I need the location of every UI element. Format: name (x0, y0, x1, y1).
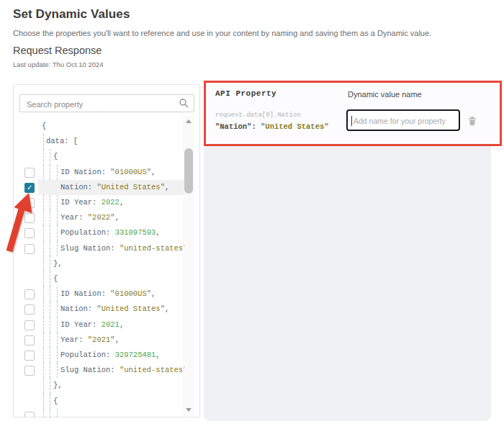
tree-scrollbar[interactable] (183, 116, 194, 415)
tree-row: ID Year: 2022, (14, 195, 184, 210)
tree-row-text: }, (14, 256, 184, 271)
tree-row: ID Nation: "01000US", (14, 286, 184, 302)
set-dynamic-values-screen: Set Dynamic Values Choose the properties… (0, 0, 504, 429)
annotation-highlight-box: API Property Dynamic value name request.… (204, 81, 502, 146)
tree-row-text: Population: 331097593, (14, 225, 184, 240)
tree-row: Slug Nation: "united-states", (14, 363, 184, 378)
tree-row-text: }, (14, 378, 184, 393)
search-field-wrap (19, 94, 194, 112)
api-property-value-text: "United States" (261, 122, 329, 131)
tree-row-text: { (14, 271, 184, 286)
tree-row-text: Nation: "United States", (14, 302, 184, 317)
dynamic-value-name-input[interactable] (352, 112, 459, 130)
tree-row: { (14, 271, 184, 286)
tree-row: }, (14, 378, 184, 393)
indent-guide (43, 409, 44, 417)
indent-guide (57, 409, 58, 417)
tree-row-text: data: [ (14, 134, 184, 149)
search-input[interactable] (25, 95, 172, 113)
tree-row-text: Slug Nation: "united-states", (14, 241, 184, 256)
indent-guide (50, 409, 50, 417)
property-checkbox[interactable] (24, 304, 35, 315)
tree-row: Slug Nation: "united-states", (14, 241, 184, 256)
tree-row-text: { (14, 119, 184, 134)
json-tree: {data: [{ID Nation: "01000US",Nation: "U… (14, 119, 184, 417)
tree-row: }, (14, 256, 184, 271)
tree-row-text: ID Nation: "01000US", (14, 286, 184, 302)
tree-row: ID Nation: "01000US", (14, 165, 184, 180)
tree-row-text: ID Year: 2022, (14, 195, 184, 210)
column-header-api-property: API Property (215, 89, 276, 98)
tree-row-text: Year: "2021", (14, 333, 184, 348)
tree-row: Nation: "United States", (14, 302, 184, 317)
tree-row-text: Nation: "United States", (14, 180, 184, 195)
section-title: Request Response (13, 45, 102, 56)
scrollbar-thumb[interactable] (184, 148, 193, 194)
tree-row-text: { (14, 394, 184, 409)
property-checkbox[interactable] (24, 320, 35, 330)
tree-row: { (14, 119, 184, 134)
tree-row-text: Year: "2022", (14, 210, 184, 225)
property-checkbox[interactable] (24, 335, 35, 346)
property-checkbox[interactable] (24, 289, 35, 299)
property-checkbox[interactable] (24, 168, 35, 178)
search-icon (179, 98, 189, 109)
tree-row: Year: "2021", (14, 333, 184, 348)
scroll-down-icon[interactable] (183, 405, 194, 415)
property-tree-panel: {data: [{ID Nation: "01000US",Nation: "U… (13, 84, 200, 417)
tree-row-text: { (14, 149, 184, 164)
tree-row: Nation: "United States", (14, 180, 184, 195)
property-checkbox[interactable] (24, 366, 35, 376)
delete-property-button[interactable] (467, 116, 477, 126)
tree-row: Population: 329725481, (14, 348, 184, 363)
tree-row-text: ID Nation: "01000US", (14, 165, 184, 180)
property-checkbox[interactable] (24, 412, 35, 417)
tree-row (14, 409, 184, 417)
page-title: Set Dynamic Values (13, 7, 130, 22)
api-property-key-text: "Nation": (215, 122, 256, 131)
tree-row: Population: 331097593, (14, 225, 184, 240)
api-property-path: request.data[0].Nation (215, 112, 301, 119)
tree-row-text: ID Year: 2021, (14, 317, 184, 333)
tree-row-text: Slug Nation: "united-states", (14, 363, 184, 378)
tree-row: Year: "2022", (14, 210, 184, 225)
tree-row-text: Population: 329725481, (14, 348, 184, 363)
tree-row: data: [ (14, 134, 184, 149)
tree-row: { (14, 149, 184, 164)
trash-icon (467, 116, 477, 126)
last-update-text: Last update: Thu Oct 10 2024 (13, 60, 104, 68)
page-subtitle: Choose the properties you'll want to ref… (13, 29, 431, 37)
annotation-arrow (1, 186, 37, 256)
api-property-value: "Nation": "United States" (215, 122, 329, 131)
scroll-up-icon[interactable] (183, 116, 194, 127)
column-header-dynamic-value-name: Dynamic value name (348, 90, 422, 99)
property-checkbox[interactable] (24, 351, 35, 361)
tree-row: { (14, 394, 184, 409)
tree-row: ID Year: 2021, (14, 317, 184, 333)
dynamic-value-name-field-wrap (346, 109, 460, 131)
